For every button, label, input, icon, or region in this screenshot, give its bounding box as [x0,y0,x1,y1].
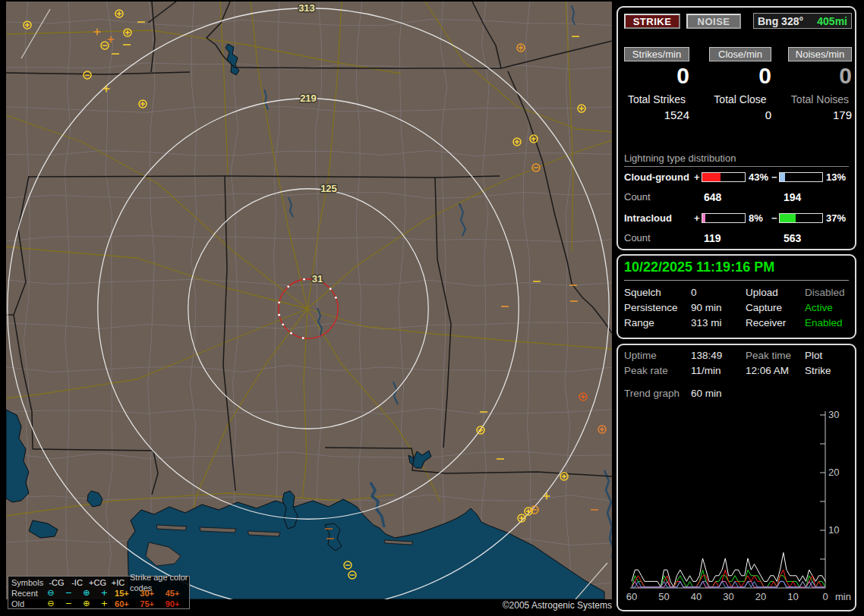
map[interactable]: 31321912531 [6,2,612,599]
peak-time-label: Peak time [746,350,791,361]
strike-counters-panel: STRIKE NOISE Bng 328° 405mi Strikes/min … [616,6,856,250]
plot-mode-value: Plot [805,350,822,361]
squelch-row: Squelch 0 Upload Disabled [618,287,855,302]
persistence-label: Persistence [624,302,678,313]
cg-neg-bar [779,172,823,182]
cg-neg-percent: 13% [826,171,846,183]
svg-text:60: 60 [626,591,637,602]
svg-text:50: 50 [658,591,669,602]
ic-neg-count: 563 [784,232,801,244]
ic-neg-old-icon: − [60,599,78,609]
trend-graph: 1020306050403020100min [618,407,852,608]
total-noises-value: 179 [788,108,852,121]
noises-per-min-button[interactable]: Noises/min [788,47,852,61]
persistence-row: Persistence 90 min Capture Active [618,302,855,317]
svg-text:0: 0 [822,591,828,602]
legend-old-label: Old [11,599,42,609]
copyright-text: ©2005 Astrogenic Systems [486,600,612,611]
cloud-ground-label: Cloud-ground [624,171,689,183]
minus-sign: − [771,212,777,224]
svg-text:20: 20 [755,591,766,602]
range-value: 313 mi [691,317,722,328]
total-close-value: 0 [709,108,771,121]
ic-neg-percent: 37% [826,212,846,224]
svg-text:30: 30 [828,409,839,420]
peak-rate-value: 11/min [691,365,721,376]
ic-pos-count: 119 [704,232,721,244]
intracloud-row: Intracloud + 8% − 37% [618,212,855,225]
cg-neg-count: 194 [784,191,801,203]
total-close-label: Total Close [709,93,771,105]
svg-text:10: 10 [787,591,798,602]
svg-text:30: 30 [723,591,733,602]
ic-pos-recent-icon: + [96,588,114,599]
close-per-min-value: 0 [709,63,771,89]
noise-mode-button[interactable]: NOISE [686,14,741,29]
strikes-per-min-button[interactable]: Strikes/min [624,47,689,61]
upload-status: Disabled [805,287,845,298]
legend-header-row: Symbols -CG -IC +CG +IC Strike age color… [11,577,189,588]
close-per-min-button[interactable]: Close/min [709,47,771,61]
ic-pos-old-icon: + [96,599,114,609]
receiver-status: Enabled [805,317,843,328]
trend-window-value: 60 min [691,388,722,399]
intracloud-count-row: Count 119 563 [618,232,855,244]
bearing-value: Bng 328° [758,15,803,27]
age-45: 45+ [164,588,189,599]
svg-text:40: 40 [691,591,702,602]
legend-col-cg-neg: -CG [46,577,67,588]
legend-col-ic-neg: -IC [67,577,87,588]
noises-per-min-value: 0 [788,63,852,89]
cg-pos-old-icon: ⊕ [77,599,96,609]
bearing-distance-readout: Bng 328° 405mi [753,13,852,29]
cg-pos-percent: 43% [749,171,768,183]
range-row: Range 313 mi Receiver Enabled [618,317,855,332]
legend-recent-label: Recent [11,588,42,599]
total-noises-label: Total Noises [788,93,852,105]
legend-old-row: Old ⊖ − ⊕ + 60+ 75+ 90+ [11,599,189,609]
peak-rate-row: Peak rate 11/min 12:06 AM Strike [618,365,855,380]
upload-label: Upload [746,287,778,298]
svg-text:313: 313 [298,2,315,14]
strikes-per-min-value: 0 [624,63,689,89]
strikes-counter-column: Strikes/min 0 Total Strikes 1524 [624,47,689,121]
legend-col-ic-pos: +IC [108,577,128,588]
cloud-ground-row: Cloud-ground + 43% − 13% [618,171,855,184]
trend-graph-label-row: Trend graph 60 min [618,388,855,403]
cg-neg-recent-icon: ⊖ [42,588,60,599]
svg-text:31: 31 [312,273,323,284]
cg-pos-recent-icon: ⊕ [77,588,96,599]
svg-text:min: min [835,591,851,602]
nexstorm-app-window: 31321912531 ©2005 Astrogenic Systems Sym… [0,0,864,616]
minus-sign: − [771,171,777,183]
capture-status: Active [805,302,833,313]
cloud-ground-count-row: Count 648 194 [618,191,855,203]
distribution-title: Lightning type distribution [624,152,849,167]
squelch-label: Squelch [624,287,661,298]
legend-recent-row: Recent ⊖ − ⊕ + 15+ 30+ 45+ [11,588,189,599]
legend-col-cg-pos: +CG [87,577,108,588]
map-legend: Symbols -CG -IC +CG +IC Strike age color… [8,576,190,609]
persistence-value: 90 min [691,302,722,313]
intracloud-label: Intracloud [624,212,672,224]
svg-text:125: 125 [320,183,337,194]
age-15: 15+ [113,588,138,599]
noises-counter-column: Noises/min 0 Total Noises 179 [788,47,852,121]
trend-panel: Uptime 138:49 Peak time Plot Peak rate 1… [616,344,856,611]
cg-pos-count: 648 [704,191,721,203]
squelch-value: 0 [691,287,697,298]
age-90: 90+ [164,599,189,609]
ic-pos-bar [702,213,746,223]
ic-neg-recent-icon: − [60,588,78,599]
capture-label: Capture [746,302,782,313]
uptime-value: 138:49 [691,350,722,361]
legend-symbols-header: Symbols [11,577,46,588]
total-strikes-value: 1524 [624,108,689,121]
age-30: 30+ [138,588,163,599]
cg-neg-old-icon: ⊖ [42,599,60,609]
ic-neg-bar [779,213,823,223]
strike-mode-button[interactable]: STRIKE [624,14,680,29]
uptime-row: Uptime 138:49 Peak time Plot [618,350,855,365]
datetime-display: 10/22/2025 11:19:16 PM [624,259,849,281]
plus-sign: + [694,212,700,224]
